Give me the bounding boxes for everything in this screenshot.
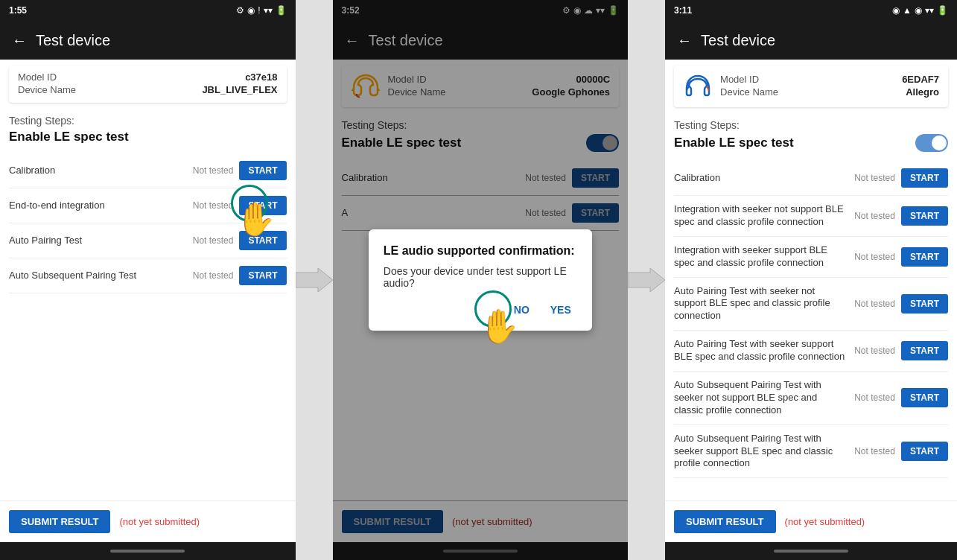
test-status-ap-not-3: Not tested [847, 299, 895, 309]
flow-arrow-1 [296, 0, 333, 560]
model-id-value-1: c37e18 [245, 71, 277, 83]
home-bar-3 [774, 550, 848, 553]
test-row-asp-sup-3: Auto Subsequent Pairing Test with seeker… [674, 425, 948, 479]
test-label-ap-not-3: Auto Pairing Test with seeker not suppor… [674, 285, 847, 323]
device-name-row-3: Device Name Allegro [720, 86, 939, 98]
start-btn-cal-3[interactable]: START [901, 168, 948, 188]
model-id-label-1: Model ID [18, 71, 57, 83]
start-btn-int-not-3[interactable]: START [901, 206, 948, 226]
start-btn-asp-sup-3[interactable]: START [901, 442, 948, 461]
time-1: 1:55 [9, 5, 27, 16]
test-label-int-sup-3: Integration with seeker support BLE spec… [674, 244, 847, 270]
svg-marker-0 [296, 268, 333, 292]
dialog-buttons: NO YES [384, 301, 577, 319]
enable-le-title-1: Enable LE spec test [9, 130, 129, 144]
test-label-asp-sup-3: Auto Subsequent Pairing Test with seeker… [674, 433, 847, 471]
test-row-ap-sup-3: Auto Pairing Test with seeker support BL… [674, 331, 948, 372]
start-btn-asp-not-3[interactable]: START [901, 388, 948, 407]
alert-icon: ! [258, 5, 260, 16]
test-row-asp-not-3: Auto Subsequent Pairing Test with seeker… [674, 372, 948, 425]
submit-button-3[interactable]: SUBMIT RESULT [674, 510, 775, 533]
model-id-row-3: Model ID 6EDAF7 [720, 74, 939, 85]
submit-row-3: SUBMIT RESULT (not yet submitted) [665, 500, 957, 542]
test-status-asp-not-3: Not tested [847, 392, 895, 403]
model-id-value-3: 6EDAF7 [902, 74, 939, 85]
not-submitted-1: (not yet submitted) [119, 516, 200, 527]
dialog-no-button[interactable]: NO [508, 301, 535, 319]
test-row-auto-subsequent-1: Auto Subsequent Pairing Test Not tested … [9, 258, 287, 293]
circle-icon-3: ◉ [892, 5, 900, 16]
flow-arrow-2 [628, 0, 665, 560]
submit-button-1[interactable]: SUBMIT RESULT [9, 510, 110, 533]
test-row-ap-not-3: Auto Pairing Test with seeker not suppor… [674, 278, 948, 331]
back-button-3[interactable]: ← [677, 32, 692, 49]
enable-le-title-3: Enable LE spec test [674, 136, 794, 150]
status-bar-1: 1:55 ⚙ ◉ ! ▾▾ 🔋 [0, 0, 296, 21]
test-status-ap-sup-3: Not tested [847, 346, 895, 356]
svg-marker-1 [628, 268, 665, 292]
test-label-auto-subsequent-1: Auto Subsequent Pairing Test [9, 270, 185, 282]
model-id-label-3: Model ID [720, 74, 759, 85]
model-id-row-1: Model ID c37e18 [18, 71, 278, 83]
toggle-3[interactable] [915, 134, 948, 152]
settings-icon: ⚙ [236, 5, 244, 16]
device-name-value-1: JBL_LIVE_FLEX [202, 84, 277, 95]
test-row-int-sup-3: Integration with seeker support BLE spec… [674, 237, 948, 278]
status-icons-1: ⚙ ◉ ! ▾▾ 🔋 [236, 5, 286, 16]
start-btn-e2e-1[interactable]: START [239, 196, 286, 215]
wifi-icon: ▾▾ [264, 5, 273, 16]
test-status-auto-pairing-1: Not tested [185, 235, 233, 246]
test-status-cal-3: Not tested [847, 173, 895, 183]
back-button-1[interactable]: ← [12, 32, 27, 49]
home-indicator-1 [0, 542, 296, 560]
home-indicator-3 [665, 542, 957, 560]
start-btn-ap-not-3[interactable]: START [901, 294, 948, 314]
enable-le-row-1: Enable LE spec test [9, 130, 287, 144]
circle-icon: ◉ [247, 5, 255, 16]
test-label-cal-3: Calibration [674, 172, 847, 185]
toggle-knob-3 [932, 136, 947, 150]
top-bar-3: ← Test device [665, 21, 957, 60]
dialog-overlay: LE audio supported confirmation: Does yo… [333, 0, 629, 560]
start-btn-ap-sup-3[interactable]: START [901, 341, 948, 360]
triangle-icon: ▲ [903, 5, 912, 16]
test-row-cal-3: Calibration Not tested START [674, 161, 948, 196]
not-submitted-3: (not yet submitted) [785, 516, 865, 527]
battery-icon: 🔋 [276, 5, 287, 16]
device-name-label-3: Device Name [720, 86, 778, 98]
testing-steps-label-1: Testing Steps: [9, 115, 287, 127]
enable-le-row-3: Enable LE spec test [674, 134, 948, 152]
device-info-3: Model ID 6EDAF7 Device Name Allegro [720, 74, 939, 99]
test-label-auto-pairing-1: Auto Pairing Test [9, 235, 185, 247]
start-btn-auto-pairing-1[interactable]: START [239, 231, 286, 250]
test-label-asp-not-3: Auto Subsequent Pairing Test with seeker… [674, 379, 847, 417]
test-status-asp-sup-3: Not tested [847, 446, 895, 456]
device-card-3: Model ID 6EDAF7 Device Name Allegro [674, 66, 948, 107]
dialog-title: LE audio supported confirmation: [384, 244, 577, 258]
device-info-1: Model ID c37e18 Device Name JBL_LIVE_FLE… [18, 71, 278, 97]
screen-3: 3:11 ◉ ▲ ◉ ▾▾ 🔋 ← Test device Model ID 6… [665, 0, 957, 560]
page-title-3: Test device [701, 32, 775, 49]
battery-icon-3: 🔋 [937, 5, 948, 16]
start-btn-int-sup-3[interactable]: START [901, 247, 948, 267]
test-status-calibration-1: Not tested [185, 165, 233, 176]
signal-icon: ◉ [915, 5, 922, 16]
testing-steps-label-3: Testing Steps: [674, 119, 948, 131]
section-1: Testing Steps: Enable LE spec test Calib… [0, 109, 296, 500]
test-label-int-not-3: Integration with seeker not support BLE … [674, 203, 847, 229]
dialog-yes-button[interactable]: YES [544, 301, 577, 319]
top-bar-1: ← Test device [0, 21, 296, 60]
page-title-1: Test device [36, 32, 110, 49]
start-btn-auto-subsequent-1[interactable]: START [239, 266, 286, 285]
test-row-e2e-1: End-to-end integration Not tested START [9, 188, 287, 223]
test-row-calibration-1: Calibration Not tested START [9, 153, 287, 188]
test-status-e2e-1: Not tested [185, 200, 233, 211]
screen-2: 3:52 ⚙ ◉ ☁ ▾▾ 🔋 ← Test device Model ID 0… [333, 0, 629, 560]
device-name-value-3: Allegro [906, 86, 939, 98]
test-status-int-not-3: Not tested [847, 211, 895, 221]
device-name-label-1: Device Name [18, 84, 76, 95]
dialog-body: Does your device under test support LE a… [384, 265, 577, 289]
allegro-icon [683, 71, 713, 101]
test-label-ap-sup-3: Auto Pairing Test with seeker support BL… [674, 338, 847, 363]
start-btn-calibration-1[interactable]: START [239, 161, 286, 180]
